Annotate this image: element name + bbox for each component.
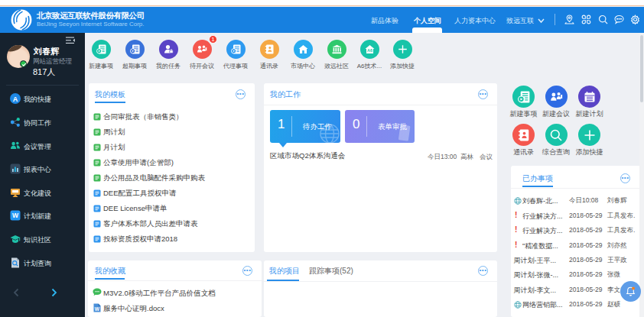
svg-text:W: W [12, 212, 19, 219]
svg-text:A6: A6 [366, 48, 372, 53]
svg-text:W: W [95, 306, 100, 312]
svg-text:A: A [13, 95, 18, 103]
